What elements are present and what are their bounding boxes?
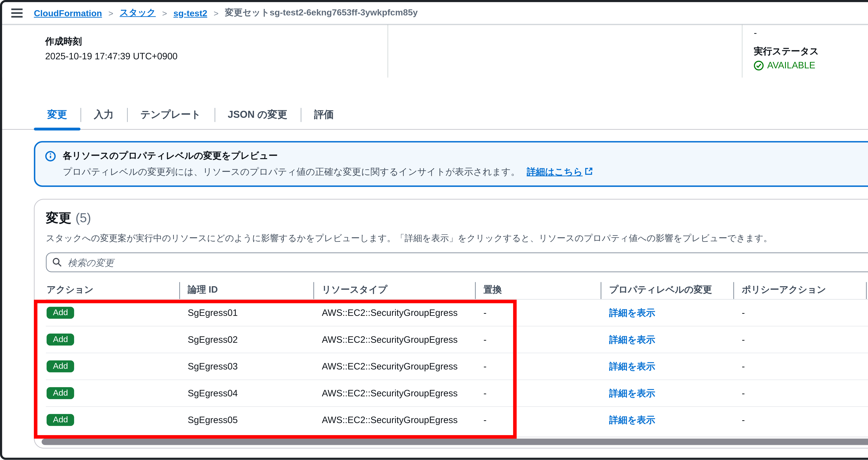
policy-action-cell: -	[733, 415, 866, 425]
details-middle-column	[388, 25, 742, 77]
physical-id-cell: -	[866, 361, 868, 372]
column-header: アクション	[46, 284, 179, 296]
learn-more-link[interactable]: 詳細はこちら	[527, 166, 592, 177]
physical-id-cell: -	[866, 307, 868, 318]
tab-item[interactable]: 変更	[34, 102, 81, 129]
external-link-icon	[584, 167, 592, 178]
table-row[interactable]: Add SgEgress01 AWS::EC2::SecurityGroupEg…	[46, 300, 868, 326]
breadcrumb-separator-icon: >	[214, 8, 219, 18]
column-header: 置換	[475, 284, 601, 296]
screenshot-viewport: CloudFormation>スタック>sg-test2>変更セットsg-tes…	[0, 0, 868, 460]
show-details-link[interactable]: 詳細を表示	[609, 361, 655, 371]
policy-action-cell: -	[733, 334, 866, 345]
resource-type-cell: AWS::EC2::SecurityGroupEgress	[313, 361, 475, 372]
execution-status-label: 実行ステータス	[754, 45, 868, 58]
physical-id-cell: -	[866, 334, 868, 345]
created-time-label: 作成時刻	[45, 35, 388, 48]
search-box	[46, 253, 868, 272]
action-badge: Add	[46, 414, 74, 426]
tab-item[interactable]: 評価	[301, 102, 347, 129]
tab-item[interactable]: JSON の変更	[214, 102, 301, 129]
breadcrumb-current-page: 変更セットsg-test2-6ekng7653ff-3ywkpfcm85y	[225, 7, 418, 19]
table-body: Add SgEgress01 AWS::EC2::SecurityGroupEg…	[46, 300, 868, 433]
show-details-link[interactable]: 詳細を表示	[609, 307, 655, 318]
breadcrumb-link[interactable]: CloudFormation	[34, 8, 102, 18]
show-details-link[interactable]: 詳細を表示	[609, 415, 655, 425]
scrollbar-thumb[interactable]	[42, 439, 868, 445]
replacement-cell: -	[475, 415, 601, 425]
action-badge: Add	[46, 307, 74, 319]
tab-list: 変更入力テンプレートJSON の変更評価	[34, 102, 868, 129]
logical-id-cell: SgEgress03	[179, 361, 313, 372]
replacement-cell: -	[475, 388, 601, 398]
breadcrumb-link[interactable]: スタック	[120, 7, 156, 19]
logical-id-cell: SgEgress02	[179, 334, 313, 345]
info-icon	[45, 151, 56, 178]
column-header: リソースタイプ	[313, 284, 475, 296]
breadcrumb-separator-icon: >	[162, 8, 167, 18]
table-row[interactable]: Add SgEgress03 AWS::EC2::SecurityGroupEg…	[46, 353, 868, 380]
table-row[interactable]: Add SgEgress04 AWS::EC2::SecurityGroupEg…	[46, 380, 868, 407]
action-badge: Add	[46, 387, 74, 399]
column-header: ポリシーアクション	[733, 284, 866, 296]
action-badge: Add	[46, 360, 74, 372]
show-details-link[interactable]: 詳細を表示	[609, 388, 655, 398]
column-header: 物理 ID	[866, 284, 868, 296]
tab-bar: 変更入力テンプレートJSON の変更評価	[2, 102, 868, 130]
created-time-field: 作成時刻 2025-10-19 17:47:39 UTC+0900	[2, 25, 388, 77]
replacement-cell: -	[475, 334, 601, 345]
replacement-cell: -	[475, 361, 601, 372]
hamburger-menu-icon[interactable]	[11, 8, 23, 18]
window-frame: CloudFormation>スタック>sg-test2>変更セットsg-tes…	[0, 0, 868, 460]
changeset-details-strip: 作成時刻 2025-10-19 17:47:39 UTC+0900 - 実行ステ…	[2, 25, 868, 77]
breadcrumb-separator-icon: >	[108, 8, 113, 18]
policy-action-cell: -	[733, 388, 866, 398]
tab-item[interactable]: テンプレート	[127, 102, 214, 129]
physical-id-cell: -	[866, 415, 868, 425]
logical-id-cell: SgEgress05	[179, 415, 313, 425]
table-row[interactable]: Add SgEgress05 AWS::EC2::SecurityGroupEg…	[46, 407, 868, 433]
breadcrumb-link[interactable]: sg-test2	[174, 8, 207, 18]
info-banner: 各リソースのプロパティレベルの変更をプレビュー プロパティレベルの変更列には、リ…	[34, 141, 868, 187]
resource-type-cell: AWS::EC2::SecurityGroupEgress	[313, 307, 475, 318]
policy-action-cell: -	[733, 307, 866, 318]
show-details-link[interactable]: 詳細を表示	[609, 334, 655, 344]
physical-id-cell: -	[866, 388, 868, 398]
table-row[interactable]: Add SgEgress02 AWS::EC2::SecurityGroupEg…	[46, 326, 868, 353]
breadcrumb: CloudFormation>スタック>sg-test2>変更セットsg-tes…	[34, 7, 418, 19]
panel-description: スタックへの変更案が実行中のリソースにどのように影響するかをプレビューします。「…	[46, 233, 868, 245]
panel-count: (5)	[75, 211, 91, 225]
banner-title: 各リソースのプロパティレベルの変更をプレビュー	[63, 150, 592, 162]
action-badge: Add	[46, 334, 74, 346]
policy-action-cell: -	[733, 361, 866, 372]
status-available-check-icon	[754, 60, 764, 70]
resource-type-cell: AWS::EC2::SecurityGroupEgress	[313, 334, 475, 345]
execution-status-field: - 実行ステータス AVAILABLE	[742, 25, 868, 77]
logical-id-cell: SgEgress04	[179, 388, 313, 398]
top-bar: CloudFormation>スタック>sg-test2>変更セットsg-tes…	[2, 2, 868, 25]
search-icon	[52, 257, 62, 270]
status-reason-value: -	[754, 28, 868, 38]
column-header: プロパティレベルの変更	[601, 284, 733, 296]
banner-body: プロパティレベルの変更列には、リソースのプロパティ値の正確な変更に関するインサイ…	[63, 166, 592, 178]
panel-title: 変更(5)	[46, 209, 91, 227]
created-time-value: 2025-10-19 17:47:39 UTC+0900	[45, 51, 388, 61]
table-header-row: アクション論理 IDリソースタイプ置換プロパティレベルの変更ポリシーアクション物…	[46, 281, 868, 300]
horizontal-scrollbar[interactable]	[42, 436, 868, 447]
changes-panel: 変更(5) スタックへの変更案が実行中のリソースにどのように影響するかをプレビュ…	[34, 199, 868, 449]
table-toolbar: 1	[46, 253, 868, 272]
resource-type-cell: AWS::EC2::SecurityGroupEgress	[313, 415, 475, 425]
logical-id-cell: SgEgress01	[179, 307, 313, 318]
search-input[interactable]	[46, 253, 868, 272]
column-header: 論理 ID	[179, 284, 313, 296]
replacement-cell: -	[475, 307, 601, 318]
tab-item[interactable]: 入力	[81, 102, 127, 129]
execution-status-value: AVAILABLE	[767, 60, 815, 71]
resource-type-cell: AWS::EC2::SecurityGroupEgress	[313, 388, 475, 398]
